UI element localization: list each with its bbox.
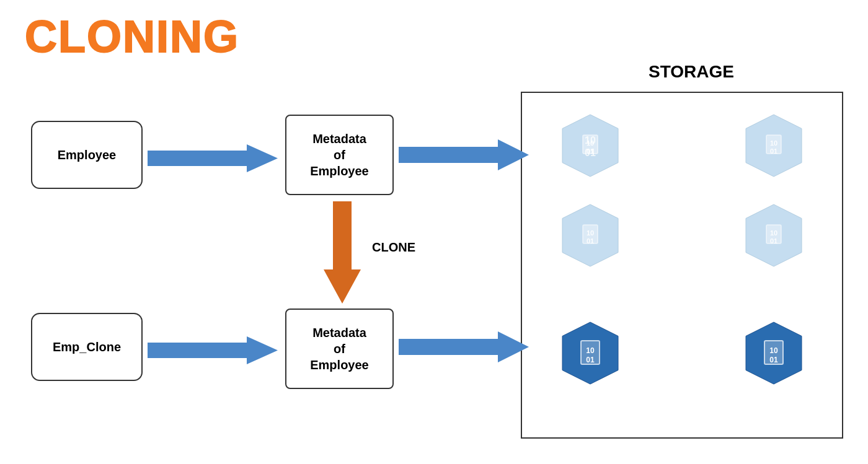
metadata-bottom-box: Metadata of Employee: [285, 309, 394, 389]
storage-label: STORAGE: [539, 62, 843, 82]
svg-text:01: 01: [587, 147, 594, 155]
hex-dark-2: 10 01: [743, 319, 805, 387]
svg-marker-30: [324, 201, 361, 304]
svg-text:10: 10: [770, 229, 777, 237]
emp-clone-label: Emp_Clone: [53, 340, 121, 354]
hex-dark-1: 10 01: [559, 319, 621, 387]
svg-text:01: 01: [586, 356, 595, 364]
svg-text:10: 10: [587, 139, 594, 147]
employee-label: Employee: [58, 148, 116, 162]
arrow-empclone-to-metadata-bottom: [148, 333, 278, 367]
svg-marker-28: [148, 336, 278, 364]
svg-text:10: 10: [769, 346, 778, 355]
svg-text:10: 10: [770, 139, 777, 147]
hex-light-3: 10 01: [559, 201, 621, 269]
hex-light-2: 10 01: [743, 112, 805, 180]
hex-light-4: 10 01: [743, 201, 805, 269]
page-title: CLONING: [25, 11, 239, 62]
hex-light-1: 10 01 10 01: [559, 112, 621, 180]
metadata-bottom-label: Metadata of Employee: [310, 325, 368, 373]
svg-text:10: 10: [587, 229, 594, 237]
clone-label: CLONE: [372, 240, 415, 255]
employee-box: Employee: [31, 121, 143, 189]
emp-clone-box: Emp_Clone: [31, 313, 143, 381]
svg-text:01: 01: [770, 147, 777, 155]
svg-marker-27: [399, 139, 529, 170]
metadata-top-label: Metadata of Employee: [310, 131, 368, 179]
storage-box: 10 01 10 01 10 01 10 01 10 01 10 01 10: [521, 92, 843, 439]
clone-arrow-vertical: [324, 201, 361, 304]
svg-text:01: 01: [770, 237, 777, 245]
svg-text:01: 01: [587, 237, 594, 245]
svg-text:10: 10: [586, 346, 595, 355]
metadata-top-box: Metadata of Employee: [285, 115, 394, 195]
svg-marker-26: [148, 144, 278, 172]
arrow-metadata-to-storage-top: [399, 136, 529, 173]
arrow-metadata-to-storage-bottom: [399, 328, 529, 366]
svg-marker-29: [399, 331, 529, 362]
arrow-employee-to-metadata-top: [148, 141, 278, 175]
svg-text:01: 01: [769, 356, 778, 364]
